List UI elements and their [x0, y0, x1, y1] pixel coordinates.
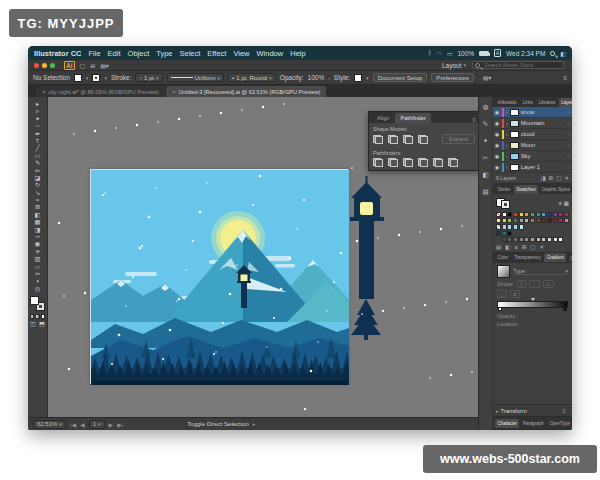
preferences-button[interactable]: Preferences: [431, 73, 473, 82]
tab-paragraph[interactable]: Paragraph: [520, 419, 546, 428]
swatch-cell[interactable]: [496, 218, 501, 223]
swatch-cell[interactable]: [502, 237, 507, 242]
prev-artboard-icon[interactable]: ◀: [80, 421, 85, 428]
layer-thumbnail[interactable]: [510, 120, 519, 127]
panel-menu-icon[interactable]: ≡: [559, 408, 569, 414]
swatch-cell[interactable]: [547, 237, 552, 242]
line-segment-tool[interactable]: ╱: [31, 144, 45, 151]
swatch-kinds-icon[interactable]: ◧: [505, 244, 510, 250]
slice-panel-icon[interactable]: ✂: [483, 154, 488, 162]
swatch-cell[interactable]: [558, 212, 563, 217]
tab-gradient[interactable]: Gradient: [544, 253, 566, 262]
gradient-mode-button[interactable]: [35, 314, 40, 319]
layer-target-icon[interactable]: ○: [567, 153, 570, 159]
swatch-cell[interactable]: [547, 218, 552, 223]
visibility-eye-icon[interactable]: ◉: [494, 109, 500, 115]
wifi-icon[interactable]: ◠: [437, 50, 442, 57]
tab-character[interactable]: Character: [495, 419, 519, 428]
swatch-cell[interactable]: [524, 218, 529, 223]
tab-opentype[interactable]: OpenType: [547, 419, 572, 428]
swatch-cell[interactable]: [496, 231, 501, 236]
swatch-cell[interactable]: [513, 237, 518, 242]
layer-name[interactable]: snow: [521, 109, 565, 115]
layer-name[interactable]: Sky: [521, 153, 565, 159]
new-sublayer-icon[interactable]: ⊞: [549, 175, 554, 181]
stroke-across-icon[interactable]: ▭: [543, 280, 554, 288]
exclude-icon[interactable]: [418, 135, 429, 144]
tab-color[interactable]: Color: [495, 253, 510, 262]
arrange-documents-icon[interactable]: ⊞: [90, 62, 95, 69]
swatch-cell[interactable]: [502, 212, 507, 217]
gradient-stop-start[interactable]: [498, 307, 502, 311]
workspace-switcher[interactable]: Layout▾: [442, 62, 466, 69]
stroke-proxy-swatch[interactable]: [501, 200, 510, 209]
bridge-icon[interactable]: ▢: [80, 62, 86, 69]
expand-layer-icon[interactable]: ›: [506, 109, 508, 115]
swatch-cell[interactable]: [507, 212, 512, 217]
swatch-cell[interactable]: [496, 212, 501, 217]
brush-definition-select[interactable]: •1 pt. Round▾: [228, 73, 276, 82]
layer-target-icon[interactable]: ○: [567, 142, 570, 148]
swatch-cell[interactable]: [553, 212, 558, 217]
expand-button[interactable]: Expand: [442, 134, 475, 144]
gradient-stop-end[interactable]: [563, 307, 567, 311]
swatch-cell[interactable]: [541, 218, 546, 223]
layer-thumbnail[interactable]: [510, 153, 519, 160]
panel-menu-icon[interactable]: ≡: [567, 255, 572, 261]
angle-icon[interactable]: △: [497, 290, 507, 298]
opacity-value[interactable]: 100%: [308, 74, 325, 81]
canvas-pasteboard[interactable]: Align Pathfinder ≡ Shape Modes: Expand P…: [48, 97, 478, 417]
slice-tool[interactable]: ✂: [31, 270, 45, 277]
layer-thumbnail[interactable]: [510, 131, 519, 138]
swatch-cell[interactable]: [519, 212, 524, 217]
merge-icon[interactable]: [403, 158, 414, 167]
layer-name[interactable]: cloud: [521, 131, 565, 137]
stroke-profile-select[interactable]: Uniform▾: [167, 73, 225, 82]
close-window-button[interactable]: [34, 63, 39, 68]
tab-stroke[interactable]: Stroke: [495, 185, 513, 194]
swatch-cell[interactable]: [507, 237, 512, 242]
visibility-eye-icon[interactable]: ◉: [494, 153, 500, 159]
crop-icon[interactable]: [418, 158, 429, 167]
swatch-cell[interactable]: [558, 237, 563, 242]
swatch-cell[interactable]: [513, 224, 518, 229]
minus-front-icon[interactable]: [388, 135, 399, 144]
selection-tool[interactable]: ▸: [31, 100, 45, 107]
swatch-options-icon[interactable]: ≡: [514, 244, 517, 250]
first-artboard-icon[interactable]: |◀: [70, 421, 76, 428]
layer-row-cloud[interactable]: ◉›cloud○: [493, 129, 572, 140]
expand-layer-icon[interactable]: ›: [506, 153, 508, 159]
gradient-slider[interactable]: [497, 301, 568, 308]
layer-row-mountain[interactable]: ◉›Mountain○: [493, 118, 572, 129]
menu-object[interactable]: Object: [128, 49, 150, 58]
artboard-tool[interactable]: ▱: [31, 263, 45, 270]
swatch-cell[interactable]: [519, 218, 524, 223]
unite-icon[interactable]: [373, 135, 384, 144]
next-artboard-icon[interactable]: ▶: [109, 421, 114, 428]
layer-thumbnail[interactable]: [510, 164, 519, 171]
zoom-window-button[interactable]: [50, 63, 55, 68]
stock-search-input[interactable]: [473, 62, 563, 68]
style-swatch[interactable]: [354, 74, 362, 82]
intersect-icon[interactable]: [403, 135, 414, 144]
menu-window[interactable]: Window: [257, 49, 284, 58]
touch-workspace-icon[interactable]: ▤▾: [483, 74, 492, 81]
asset-export-panel-icon[interactable]: ▤: [482, 188, 488, 196]
expand-layer-icon[interactable]: ›: [506, 164, 508, 170]
swatch-cell[interactable]: [496, 224, 501, 229]
expand-layer-icon[interactable]: ›: [506, 142, 508, 148]
swatch-cell[interactable]: [530, 218, 535, 223]
share-icon[interactable]: ▤▾: [100, 62, 109, 69]
gradient-thumbnail[interactable]: [497, 265, 510, 278]
swatch-cell[interactable]: [536, 237, 541, 242]
swatch-cell[interactable]: [553, 237, 558, 242]
layer-row-layer-1[interactable]: ◉›Layer 1○: [493, 162, 572, 173]
pathfinder-panel[interactable]: Align Pathfinder ≡ Shape Modes: Expand P…: [368, 111, 478, 171]
tab-swatches[interactable]: Swatches: [514, 185, 538, 194]
swatch-cell[interactable]: [502, 231, 507, 236]
zoom-tool[interactable]: ◎: [31, 285, 45, 292]
grid-view-icon[interactable]: ▦: [564, 200, 569, 206]
gradient-tool[interactable]: ◨: [31, 226, 45, 233]
layer-name[interactable]: Layer 1: [521, 164, 565, 170]
reverse-gradient-icon[interactable]: ⇄: [510, 290, 520, 298]
